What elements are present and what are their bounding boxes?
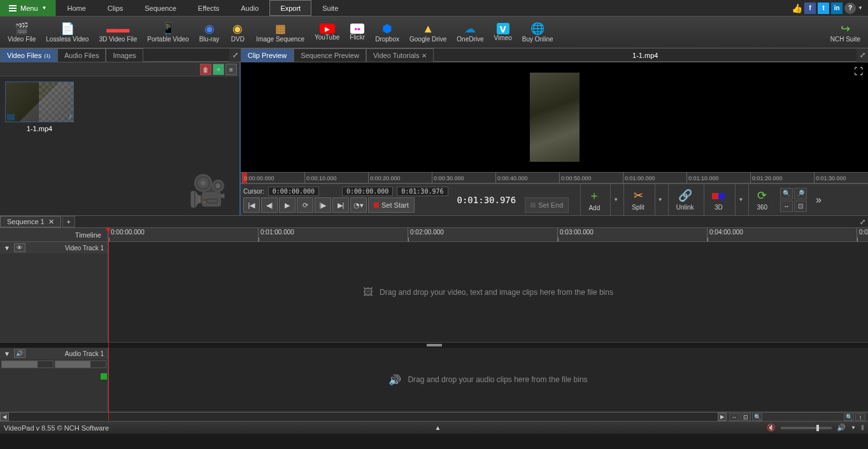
step-fwd-button[interactable]: |▶ (315, 197, 331, 213)
ribbon-portable[interactable]: 📱Portable Video (142, 17, 194, 48)
add-icon[interactable]: ＋ (213, 64, 224, 75)
fit-icon[interactable]: ⊡ (794, 201, 807, 212)
step-back-button[interactable]: ◀| (261, 197, 278, 213)
menu-button[interactable]: Menu ▼ (0, 0, 56, 16)
scroll-right-icon[interactable]: ▶ (718, 413, 727, 421)
dropdown-icon[interactable]: ▼ (858, 5, 863, 11)
preview-ruler[interactable]: 0:00:00.000 0:00:10.000 0:00:20.000 0:00… (241, 172, 868, 183)
ribbon-gdrive[interactable]: ▲Google Drive (404, 17, 452, 48)
scrub-button[interactable]: ◔▾ (350, 197, 367, 213)
zoom-in-icon[interactable]: 🔍 (780, 188, 793, 199)
ribbon-buy[interactable]: 🌐Buy Online (517, 17, 559, 48)
set-start-button[interactable]: Set Start (368, 197, 415, 213)
tab-sequence-preview[interactable]: Sequence Preview (294, 48, 366, 62)
sequence-tab[interactable]: Sequence 1✕ (0, 216, 61, 227)
list-view-icon[interactable]: ≡ (225, 64, 237, 75)
menu-home[interactable]: Home (56, 0, 96, 16)
popout-icon[interactable]: ⤢ (229, 48, 241, 62)
collapse-icon[interactable]: ▼ (4, 245, 10, 252)
preview-viewport[interactable]: ⛶ (241, 62, 868, 172)
delete-icon[interactable]: 🗑 (200, 64, 211, 75)
add-sequence-button[interactable]: + (62, 216, 75, 227)
timeline-ruler[interactable]: Timeline 0:00:00.000 0:01:00.000 0:02:00… (0, 228, 868, 242)
ribbon-video-file[interactable]: 🎬Video File (3, 17, 41, 48)
volume-icon[interactable]: 🔊 (837, 424, 846, 432)
fit-h-icon[interactable]: ↔ (729, 413, 739, 421)
split-tool[interactable]: ✂Split (623, 184, 651, 215)
scroll-left-icon[interactable]: ◀ (0, 413, 9, 421)
video-track-body[interactable]: 🖼 Drag and drop your video, text and ima… (108, 242, 868, 342)
tab-video-tutorials[interactable]: Video Tutorials✕ (366, 48, 434, 62)
twitter-icon[interactable]: t (818, 3, 829, 14)
zoom-out-icon[interactable]: 🔎 (794, 188, 807, 199)
unlink-tool[interactable]: 🔗Unlink (668, 184, 702, 215)
ribbon-dvd[interactable]: ◉DVD (224, 17, 251, 48)
loop-button[interactable]: ⟳ (297, 197, 313, 213)
audio-track-body[interactable]: 🔊 Drag and drop your audio clips here fr… (108, 348, 868, 411)
ribbon-flickr[interactable]: ●●Flickr (345, 17, 370, 48)
split-dropdown[interactable]: ▼ (655, 184, 665, 215)
mute-icon[interactable]: 🔇 (767, 424, 776, 432)
popout-icon[interactable]: ⤢ (857, 48, 868, 62)
ribbon-youtube[interactable]: ▶YouTube (309, 17, 345, 48)
collapse-icon[interactable]: ▼ (4, 350, 10, 357)
track-divider[interactable] (0, 343, 868, 348)
3d-tool[interactable]: 3D (704, 184, 732, 215)
tab-images[interactable]: Images (106, 48, 143, 62)
menu-suite[interactable]: Suite (311, 0, 349, 16)
clip-thumbnail: ♪ (5, 82, 74, 122)
fit-v-icon[interactable]: ↕ (855, 413, 865, 421)
ribbon-image-seq[interactable]: ▦Image Sequence (251, 17, 309, 48)
add-dropdown[interactable]: ▼ (610, 184, 621, 215)
zoom-fit-icon[interactable]: ⊡ (741, 413, 751, 421)
playhead[interactable] (108, 228, 109, 420)
ribbon-vimeo[interactable]: vVimeo (489, 17, 517, 48)
3d-dropdown[interactable]: ▼ (735, 184, 746, 215)
goto-start-button[interactable]: |◀ (243, 197, 260, 213)
scrollbar-track[interactable] (9, 413, 718, 421)
fit-width-icon[interactable]: ↔ (780, 201, 793, 212)
menu-export[interactable]: Export (269, 0, 311, 16)
zoom-tl-icon[interactable]: 🔍 (752, 413, 762, 421)
goto-end-button[interactable]: ▶| (332, 197, 349, 213)
clip-item[interactable]: ♪ 1-1.mp4 (5, 82, 74, 132)
close-icon[interactable]: ✕ (422, 52, 427, 59)
fullscreen-icon[interactable]: ⛶ (854, 66, 863, 76)
menu-clips[interactable]: Clips (97, 0, 134, 16)
ribbon-onedrive[interactable]: ☁OneDrive (452, 17, 488, 48)
360-tool[interactable]: ⟳360 (748, 184, 775, 215)
expand-up-icon[interactable]: ▲ (435, 424, 441, 431)
cursor-time[interactable]: 0:00:00.000 (268, 187, 319, 196)
tab-clip-preview[interactable]: Clip Preview (241, 48, 294, 62)
settings-icon[interactable]: ▼ (851, 425, 856, 431)
end-time[interactable]: 0:01:30.976 (397, 187, 448, 196)
expand-tools-icon[interactable]: » (812, 194, 825, 206)
help-icon[interactable]: ? (844, 3, 856, 14)
tab-audio-files[interactable]: Audio Files (57, 48, 106, 62)
close-icon[interactable]: ✕ (48, 218, 54, 226)
play-button[interactable]: ▶ (279, 197, 295, 213)
ribbon-dropbox[interactable]: ⬢Dropbox (370, 17, 404, 48)
record-indicator-icon[interactable] (101, 373, 107, 380)
linkedin-icon[interactable]: in (831, 3, 843, 14)
facebook-icon[interactable]: f (804, 3, 816, 14)
like-icon[interactable]: 👍 (791, 3, 802, 14)
menu-audio[interactable]: Audio (230, 0, 269, 16)
ribbon-3d-file[interactable]: ▬▬3D Video File (94, 17, 142, 48)
set-end-button[interactable]: Set End (525, 197, 569, 213)
bin-content[interactable]: ♪ 1-1.mp4 🎥 (0, 76, 239, 215)
visibility-icon[interactable]: 👁 (14, 243, 25, 252)
layout-icon[interactable]: ⦀ (861, 424, 864, 432)
ribbon-bluray[interactable]: ◉Blu-ray (194, 17, 225, 48)
ribbon-nch-suite[interactable]: ↪NCH Suite (825, 17, 865, 48)
start-time[interactable]: 0:00:00.000 (342, 187, 393, 196)
popout-icon[interactable]: ⤢ (857, 216, 868, 227)
menu-effects[interactable]: Effects (187, 0, 230, 16)
zoom-v-icon[interactable]: 🔍 (844, 413, 854, 421)
mute-icon[interactable]: 🔊 (14, 349, 25, 358)
menu-sequence[interactable]: Sequence (134, 0, 187, 16)
ribbon-lossless[interactable]: 📄Lossless Video (41, 17, 94, 48)
tab-video-files[interactable]: Video Files(1) (0, 48, 57, 62)
add-tool[interactable]: ＋Add (580, 184, 608, 215)
volume-slider[interactable] (781, 427, 832, 429)
